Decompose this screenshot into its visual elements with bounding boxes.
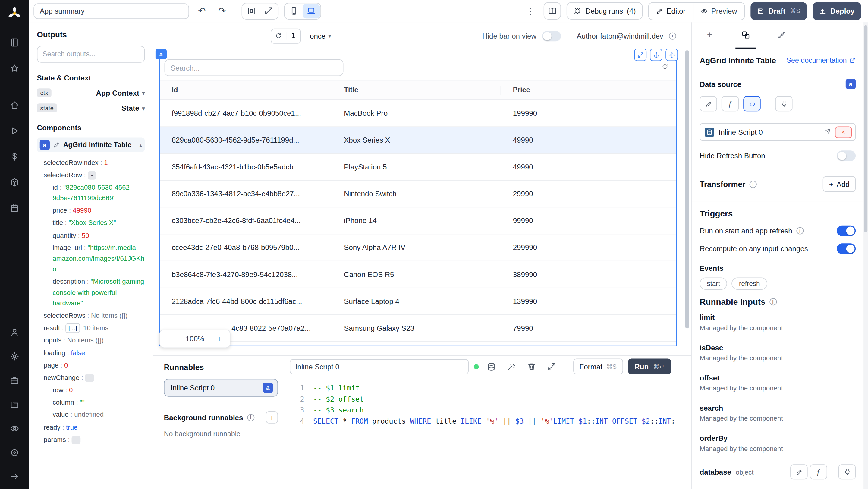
info-icon[interactable] bbox=[669, 32, 676, 39]
canvas-scrollbar[interactable] bbox=[685, 49, 689, 350]
undo-button[interactable]: ↶ bbox=[195, 4, 209, 18]
column-header-price[interactable]: Price bbox=[501, 81, 676, 99]
output-row[interactable]: selectedRowIndex : 1 bbox=[37, 157, 145, 169]
output-row[interactable]: inputs : No items ([]) bbox=[37, 334, 145, 347]
column-header-id[interactable]: Id bbox=[160, 81, 333, 99]
chevron-up-icon[interactable]: ▴ bbox=[139, 142, 142, 148]
notebook-icon[interactable] bbox=[8, 36, 22, 50]
refresh-count-button[interactable]: 1 bbox=[271, 28, 301, 43]
output-row[interactable]: title : "Xbox Series X" bbox=[37, 217, 145, 230]
output-row[interactable]: ready : true bbox=[37, 422, 145, 434]
deploy-button[interactable]: Deploy bbox=[812, 2, 861, 20]
output-row[interactable]: price : 49990 bbox=[37, 205, 145, 217]
run-button[interactable]: Run ⌘↵ bbox=[628, 359, 671, 374]
page-scrollbar[interactable] bbox=[864, 22, 868, 489]
star-icon[interactable] bbox=[8, 61, 22, 75]
database-template-button[interactable]: ƒ bbox=[810, 464, 827, 479]
table-row[interactable]: 829ca080-5630-4562-9d5e-7611199d... Xbox… bbox=[160, 127, 676, 154]
output-row[interactable]: selectedRows : No items ([]) bbox=[37, 310, 145, 322]
output-row[interactable]: row : 0 bbox=[37, 384, 145, 396]
info-icon[interactable] bbox=[796, 227, 804, 234]
output-row[interactable]: quantity : 50 bbox=[37, 230, 145, 242]
zoom-in-button[interactable]: + bbox=[214, 334, 224, 344]
recompute-toggle[interactable] bbox=[837, 243, 856, 254]
output-row[interactable]: result : 10 items bbox=[37, 322, 145, 334]
output-row[interactable]: id : "829ca080-5630-4562-9d5e-7611199dc6… bbox=[37, 182, 145, 205]
runs-play-icon[interactable] bbox=[8, 124, 22, 138]
settings-gear-icon[interactable] bbox=[8, 350, 22, 363]
detach-script-button[interactable]: × bbox=[835, 126, 852, 138]
run-on-start-toggle[interactable] bbox=[837, 225, 856, 236]
more-menu-button[interactable]: ⋮ bbox=[523, 4, 538, 18]
insert-component-tab[interactable]: + bbox=[700, 22, 720, 49]
home-icon[interactable] bbox=[8, 99, 22, 112]
zoom-out-button[interactable]: − bbox=[165, 334, 176, 344]
eye-icon[interactable] bbox=[8, 422, 22, 435]
database-connect-button[interactable] bbox=[838, 464, 856, 479]
ai-assistant-button[interactable] bbox=[504, 359, 519, 374]
inline-script-mode-button[interactable] bbox=[743, 96, 761, 111]
desktop-view-button[interactable] bbox=[303, 4, 320, 18]
table-row[interactable]: 4c83-8022-5e70a07a2... Samsung Galaxy S2… bbox=[160, 315, 676, 342]
info-icon[interactable] bbox=[247, 414, 254, 421]
mobile-view-button[interactable] bbox=[285, 4, 303, 18]
static-edit-button[interactable] bbox=[700, 96, 717, 111]
column-header-title[interactable]: Title bbox=[332, 81, 501, 99]
move-component-button[interactable] bbox=[665, 49, 678, 61]
component-output-header[interactable]: a AgGrid Infinite Table ▴ bbox=[37, 138, 145, 152]
state-row[interactable]: state State▾ bbox=[37, 103, 145, 113]
output-row[interactable]: newChange : - bbox=[37, 372, 145, 384]
grid-search-input[interactable] bbox=[164, 59, 344, 76]
format-button[interactable]: Format ⌘S bbox=[573, 359, 623, 374]
expand-component-button[interactable] bbox=[634, 49, 647, 61]
output-row[interactable]: image_url : "https://m.media-amazon.com/… bbox=[37, 242, 145, 276]
preview-tab[interactable]: Preview bbox=[693, 2, 744, 19]
aggrid-table-component[interactable]: a Id Title Price f991898d-cb27-4ac7-b10c… bbox=[159, 55, 677, 346]
hide-refresh-toggle[interactable] bbox=[837, 150, 856, 161]
folder-icon[interactable] bbox=[8, 398, 22, 411]
outputs-search-input[interactable] bbox=[37, 46, 145, 63]
windmill-logo[interactable] bbox=[7, 6, 22, 22]
collapse-arrow-icon[interactable] bbox=[8, 470, 22, 484]
output-row[interactable]: description : "Microsoft gaming console … bbox=[37, 276, 145, 310]
expand-editor-button[interactable] bbox=[544, 359, 559, 374]
runnable-item-inline-script-0[interactable]: Inline Script 0 a bbox=[164, 379, 278, 396]
template-button[interactable]: ƒ bbox=[721, 96, 739, 111]
code-editor[interactable]: 1-- $1 limit2-- $2 offset3-- $3 search4S… bbox=[285, 377, 691, 426]
editor-tab[interactable]: Editor bbox=[649, 2, 693, 19]
output-row[interactable]: params : - bbox=[37, 434, 145, 446]
table-row[interactable]: b3e864c8-7fe3-4270-89e9-54c12038... Cano… bbox=[160, 262, 676, 288]
output-row[interactable]: loading : false bbox=[37, 347, 145, 359]
table-row[interactable]: c303bce7-cb2e-42c6-8fdf-6aa01fc4e4... iP… bbox=[160, 207, 676, 234]
table-row[interactable]: ccee43dc-27e0-40a8-b768-b09579b0... Sony… bbox=[160, 235, 676, 262]
interval-select[interactable]: once ▾ bbox=[310, 32, 331, 40]
add-background-runnable-button[interactable]: + bbox=[266, 411, 278, 424]
styling-tab[interactable] bbox=[771, 22, 792, 49]
connect-input-button[interactable] bbox=[775, 96, 793, 111]
schedules-calendar-icon[interactable] bbox=[8, 202, 22, 215]
output-row[interactable]: column : "" bbox=[37, 396, 145, 409]
docs-button[interactable] bbox=[544, 2, 561, 20]
info-icon[interactable] bbox=[770, 298, 777, 305]
target-icon[interactable] bbox=[8, 446, 22, 459]
ctx-row[interactable]: ctx App Context▾ bbox=[37, 88, 145, 97]
pencil-icon[interactable] bbox=[53, 142, 60, 148]
user-icon[interactable] bbox=[8, 326, 22, 339]
fullscreen-layout-button[interactable] bbox=[260, 4, 278, 18]
script-name-input[interactable] bbox=[290, 359, 469, 374]
resources-package-icon[interactable] bbox=[8, 176, 22, 189]
debug-runs-button[interactable]: Debug runs (4) bbox=[566, 2, 643, 20]
columns-layout-button[interactable] bbox=[243, 4, 260, 18]
attached-script-row[interactable]: Inline Script 0 × bbox=[700, 123, 856, 141]
table-row[interactable]: 354f6afd-43ac-4321-b1bc-0b5e5adcb... Pla… bbox=[160, 154, 676, 181]
scrollbar-thumb[interactable] bbox=[685, 50, 689, 328]
variables-dollar-icon[interactable] bbox=[8, 150, 22, 163]
database-button[interactable] bbox=[484, 359, 499, 374]
database-edit-button[interactable] bbox=[790, 464, 808, 479]
component-settings-tab[interactable] bbox=[735, 22, 755, 49]
grid-refresh-icon[interactable] bbox=[661, 63, 668, 70]
table-row[interactable]: f991898d-cb27-4ac7-b10c-0b9050ce1... Mac… bbox=[160, 100, 676, 127]
output-row[interactable]: value : undefined bbox=[37, 409, 145, 421]
table-row[interactable]: 2128adca-7fc6-44bd-800c-dc115df6ac... Su… bbox=[160, 288, 676, 315]
scrollbar-thumb[interactable] bbox=[864, 25, 867, 233]
